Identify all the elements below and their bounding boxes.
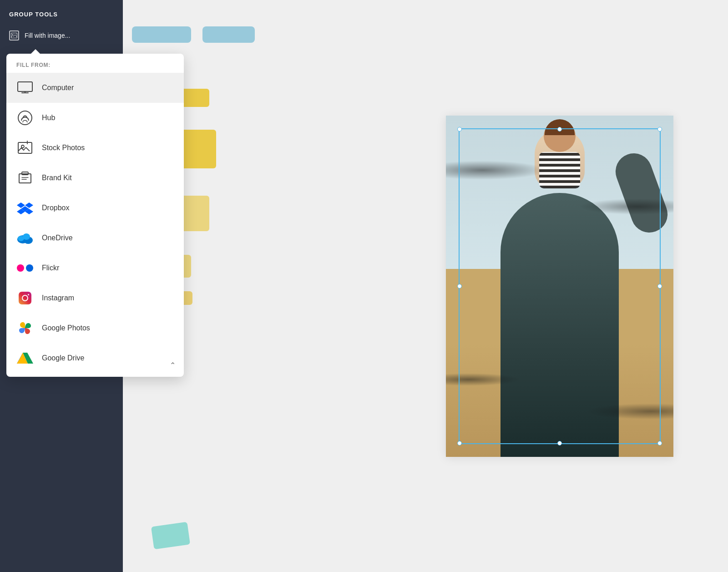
google-drive-label: Google Drive xyxy=(42,354,84,362)
google-drive-icon xyxy=(16,349,34,367)
svg-point-3 xyxy=(18,111,32,125)
brand-kit-icon xyxy=(16,169,34,187)
photo-stripes xyxy=(539,152,580,188)
stock-photos-label: Stock Photos xyxy=(42,144,85,152)
computer-label: Computer xyxy=(42,84,74,92)
paint-stroke-blue-1 xyxy=(132,26,191,43)
google-photos-label: Google Photos xyxy=(42,324,90,332)
fill-image-icon xyxy=(9,30,19,40)
menu-item-google-drive[interactable]: Google Drive xyxy=(6,343,184,373)
svg-rect-2 xyxy=(18,82,32,91)
sidebar: GROUP TOOLS Fill with image... FILL FROM… xyxy=(0,0,123,572)
google-photos-icon xyxy=(16,319,34,337)
menu-item-brand-kit[interactable]: Brand Kit xyxy=(6,163,184,193)
menu-item-stock-photos[interactable]: Stock Photos xyxy=(6,133,184,163)
fill-with-image-label: Fill with image... xyxy=(25,32,70,39)
flickr-label: Flickr xyxy=(42,264,59,272)
fill-with-image-button[interactable]: Fill with image... xyxy=(0,25,123,46)
stock-photos-icon xyxy=(16,139,34,157)
canvas-area xyxy=(123,0,728,572)
instagram-icon xyxy=(16,289,34,307)
onedrive-label: OneDrive xyxy=(42,234,73,242)
svg-rect-6 xyxy=(19,174,31,183)
svg-point-13 xyxy=(18,236,24,241)
canvas-card xyxy=(446,116,673,457)
paint-stroke-blue-2 xyxy=(202,26,255,43)
dropbox-icon xyxy=(16,199,34,217)
svg-point-17 xyxy=(28,294,29,295)
svg-point-1 xyxy=(12,34,13,35)
instagram-label: Instagram xyxy=(42,294,74,302)
dropbox-label: Dropbox xyxy=(42,204,69,212)
brand-kit-label: Brand Kit xyxy=(42,174,72,182)
menu-item-computer[interactable]: Computer xyxy=(6,73,184,103)
scroll-up-button[interactable]: ⌃ xyxy=(170,361,176,370)
photo-container xyxy=(446,116,673,457)
fill-from-dropdown: FILL FROM: Computer Hub xyxy=(6,54,184,377)
group-tools-header: GROUP TOOLS xyxy=(0,0,123,25)
flickr-icon xyxy=(16,259,34,277)
photo-person xyxy=(500,193,619,457)
menu-item-google-photos[interactable]: Google Photos xyxy=(6,313,184,343)
menu-item-instagram[interactable]: Instagram xyxy=(6,283,184,313)
svg-point-5 xyxy=(21,145,24,148)
menu-item-dropbox[interactable]: Dropbox xyxy=(6,193,184,223)
onedrive-icon xyxy=(16,229,34,247)
paint-stroke-teal xyxy=(151,522,190,550)
menu-item-flickr[interactable]: Flickr xyxy=(6,253,184,283)
computer-icon xyxy=(16,79,34,96)
svg-rect-14 xyxy=(19,292,31,304)
hub-icon xyxy=(16,109,34,127)
menu-item-hub[interactable]: Hub xyxy=(6,103,184,133)
fill-from-label: FILL FROM: xyxy=(6,54,184,73)
hub-label: Hub xyxy=(42,114,55,122)
menu-item-onedrive[interactable]: OneDrive xyxy=(6,223,184,253)
